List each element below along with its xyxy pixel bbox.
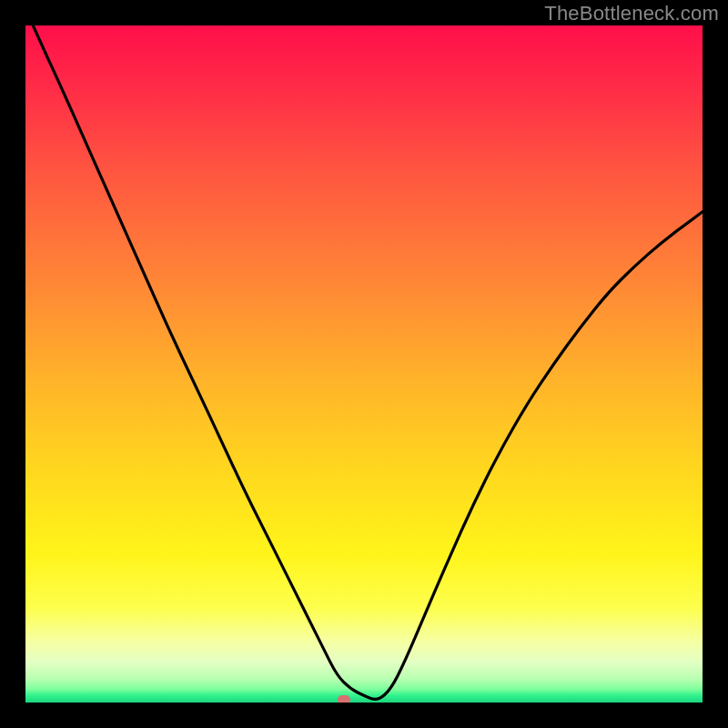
curve-svg bbox=[25, 25, 703, 703]
chart-container: TheBottleneck.com bbox=[0, 0, 728, 728]
bottleneck-curve bbox=[25, 25, 703, 699]
plot-area bbox=[25, 25, 703, 703]
marker-point bbox=[338, 695, 350, 703]
watermark-text: TheBottleneck.com bbox=[544, 2, 719, 25]
